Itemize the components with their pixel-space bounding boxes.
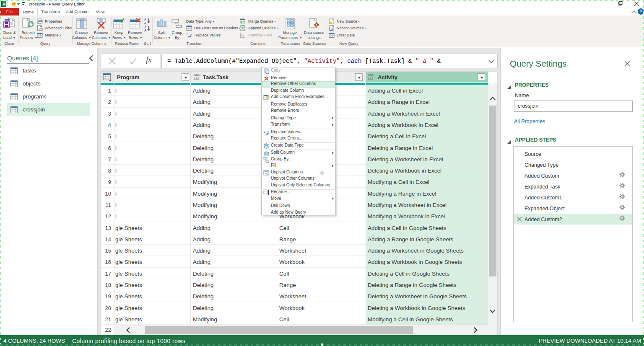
svg-text:Z: Z xyxy=(144,21,146,24)
svg-text:1: 1 xyxy=(186,32,188,36)
svg-text:2: 2 xyxy=(190,33,192,37)
svg-text:X: X xyxy=(3,2,5,6)
svg-text:A: A xyxy=(144,18,146,21)
svg-text:A: A xyxy=(144,29,146,31)
svg-text:1: 1 xyxy=(263,130,265,134)
svg-text:2: 2 xyxy=(267,131,269,134)
svg-text:Z: Z xyxy=(144,26,146,28)
